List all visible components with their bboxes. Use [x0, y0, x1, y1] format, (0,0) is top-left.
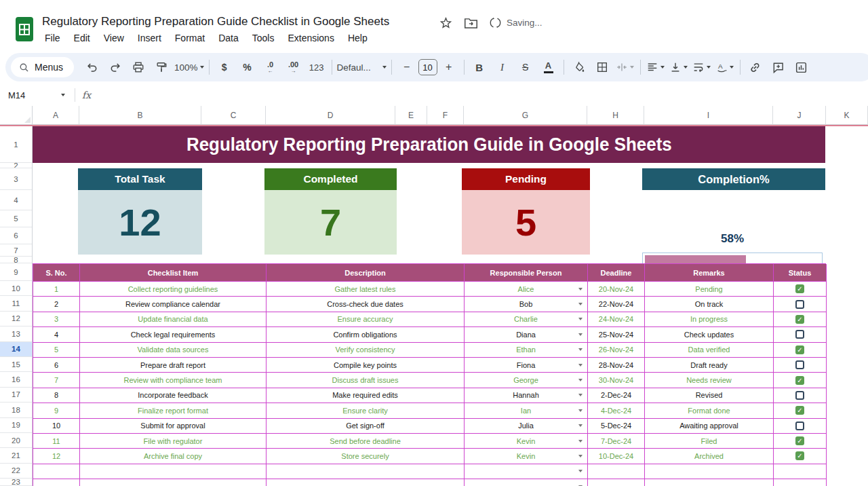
more-formats-button[interactable]: 123 — [305, 57, 328, 77]
table-header-remarks[interactable]: Remarks — [645, 264, 774, 282]
person-dropdown-cell[interactable]: Ian — [465, 403, 588, 418]
desc-cell[interactable]: Cross-check due dates — [267, 297, 465, 312]
row-header-21[interactable]: 21 — [0, 448, 32, 463]
checkbox-checked[interactable]: ✓ — [795, 284, 804, 293]
row-header-6[interactable]: 6 — [0, 227, 32, 244]
row-header-20[interactable]: 20 — [0, 433, 32, 448]
row-header-13[interactable]: 13 — [0, 326, 32, 341]
person-dropdown-cell[interactable]: Charlie — [465, 312, 588, 327]
checkbox-unchecked[interactable] — [795, 360, 804, 369]
desc-cell[interactable] — [267, 464, 465, 479]
name-box[interactable]: M14 — [0, 90, 60, 100]
person-dropdown-cell[interactable]: Bob — [465, 297, 588, 312]
deadline-cell[interactable]: 20-Nov-24 — [588, 282, 645, 297]
row-header-16[interactable]: 16 — [0, 372, 32, 387]
item-cell[interactable] — [80, 464, 267, 479]
sno-cell[interactable]: 10 — [33, 419, 80, 434]
item-cell[interactable]: Validate data sources — [80, 343, 267, 358]
row-header-23[interactable]: 23 — [0, 479, 32, 486]
row-header-11[interactable]: 11 — [0, 296, 32, 311]
desc-cell[interactable]: Make required edits — [267, 388, 465, 403]
desc-cell[interactable]: Compile key points — [267, 358, 465, 373]
table-header-s-no-[interactable]: S. No. — [33, 264, 80, 282]
row-header-1[interactable]: 1 — [0, 126, 32, 163]
table-header-checklist-item[interactable]: Checklist Item — [80, 264, 267, 282]
checkbox-unchecked[interactable] — [795, 330, 804, 339]
row-header-15[interactable]: 15 — [0, 357, 32, 372]
remarks-cell[interactable] — [645, 464, 774, 479]
title-banner-cell[interactable]: Regulatory Reporting Preparation Guide i… — [33, 126, 825, 163]
sno-cell[interactable]: 6 — [33, 358, 80, 373]
remarks-cell[interactable]: Format done — [645, 403, 774, 418]
text-color-button[interactable]: A — [537, 57, 560, 77]
sno-cell[interactable]: 11 — [33, 434, 80, 449]
column-header-H[interactable]: H — [587, 106, 644, 125]
row-header-2[interactable]: 2 — [0, 163, 32, 168]
person-dropdown-cell[interactable] — [465, 464, 588, 479]
sno-cell[interactable] — [33, 464, 80, 479]
item-cell[interactable]: Check legal requirements — [80, 327, 267, 342]
person-dropdown-cell[interactable]: George — [465, 373, 588, 388]
deadline-cell[interactable]: 2-Dec-24 — [588, 388, 645, 403]
sheet-canvas[interactable]: Regulatory Reporting Preparation Guide i… — [33, 126, 868, 486]
format-currency-button[interactable]: $ — [213, 57, 236, 77]
borders-button[interactable] — [591, 57, 614, 77]
deadline-cell[interactable] — [588, 464, 645, 479]
deadline-cell[interactable]: 4-Dec-24 — [588, 403, 645, 418]
desc-cell[interactable] — [267, 479, 465, 486]
fill-color-button[interactable] — [568, 57, 591, 77]
font-size-input[interactable]: 10 — [418, 59, 437, 75]
deadline-cell[interactable]: 30-Nov-24 — [588, 373, 645, 388]
paint-format-button[interactable] — [150, 57, 173, 77]
checkbox-unchecked[interactable] — [795, 391, 804, 400]
name-box-caret-icon[interactable] — [61, 94, 65, 96]
sno-cell[interactable]: 4 — [33, 327, 80, 342]
menu-format[interactable]: Format — [168, 31, 212, 45]
remarks-cell[interactable]: Filed — [645, 434, 774, 449]
move-to-folder-icon[interactable] — [464, 17, 478, 29]
sno-cell[interactable]: 2 — [33, 297, 80, 312]
column-header-C[interactable]: C — [201, 106, 266, 125]
checkbox-checked[interactable]: ✓ — [795, 376, 804, 385]
insert-comment-button[interactable] — [767, 57, 790, 77]
insert-chart-button[interactable] — [790, 57, 813, 77]
row-header-12[interactable]: 12 — [0, 312, 32, 326]
remarks-cell[interactable]: Pending — [645, 282, 774, 297]
remarks-cell[interactable]: On track — [645, 297, 774, 312]
checkbox-checked[interactable]: ✓ — [795, 451, 804, 460]
remarks-cell[interactable]: Needs review — [645, 373, 774, 388]
deadline-cell[interactable]: 26-Nov-24 — [588, 343, 645, 358]
item-cell[interactable]: Submit for approval — [80, 419, 267, 434]
item-cell[interactable]: Collect reporting guidelines — [80, 282, 267, 297]
desc-cell[interactable]: Gather latest rules — [267, 282, 465, 297]
row-header-17[interactable]: 17 — [0, 388, 32, 403]
row-header-10[interactable]: 10 — [0, 281, 32, 296]
menu-edit[interactable]: Edit — [67, 31, 97, 45]
column-header-I[interactable]: I — [644, 106, 773, 125]
item-cell[interactable]: Archive final copy — [80, 449, 267, 464]
person-dropdown-cell[interactable]: Julia — [465, 419, 588, 434]
column-header-E[interactable]: E — [395, 106, 427, 125]
row-header-7[interactable]: 7 — [0, 244, 32, 257]
checkbox-checked[interactable]: ✓ — [795, 345, 804, 354]
pending-card[interactable]: Pending 5 — [462, 168, 590, 255]
document-title[interactable]: Regulatory Reporting Preparation Guide C… — [42, 15, 389, 29]
sno-cell[interactable]: 3 — [33, 312, 80, 327]
menu-extensions[interactable]: Extensions — [281, 31, 340, 45]
item-cell[interactable]: Incorporate feedback — [80, 388, 267, 403]
table-header-responsible-person[interactable]: Responsible Person — [465, 264, 588, 282]
sno-cell[interactable]: 5 — [33, 343, 80, 358]
column-header-D[interactable]: D — [266, 106, 395, 125]
desc-cell[interactable]: Verify consistency — [267, 343, 465, 358]
remarks-cell[interactable]: Data verified — [645, 343, 774, 358]
italic-button[interactable]: I — [491, 57, 514, 77]
item-cell[interactable]: Prepare draft report — [80, 358, 267, 373]
column-header-B[interactable]: B — [79, 106, 201, 125]
remarks-cell[interactable]: Awaiting approval — [645, 419, 774, 434]
strikethrough-button[interactable]: S — [514, 57, 537, 77]
person-dropdown-cell[interactable]: Kevin — [465, 434, 588, 449]
menu-file[interactable]: File — [38, 31, 67, 45]
remarks-cell[interactable]: Archived — [645, 449, 774, 464]
row-header-18[interactable]: 18 — [0, 403, 32, 417]
person-dropdown-cell[interactable]: Alice — [465, 282, 588, 297]
